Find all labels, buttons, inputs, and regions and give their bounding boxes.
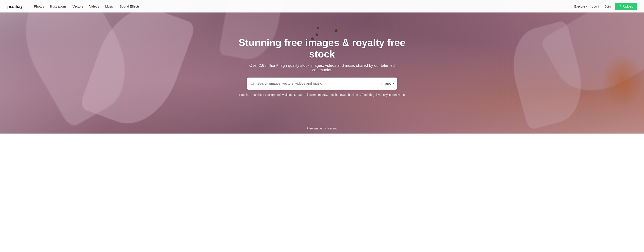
nav-right: Explore ▾ Log in Join ⬆ Upload	[574, 3, 637, 10]
nav-videos[interactable]: Videos	[90, 4, 99, 8]
nav-music[interactable]: Music	[105, 4, 114, 8]
popular-search-flower[interactable]: flower	[338, 93, 346, 96]
svg-text:pixabay: pixabay	[7, 4, 23, 9]
chevron-down-icon: ▾	[586, 5, 587, 8]
navbar: pixabay Photos Illustrations Vectors Vid…	[0, 0, 644, 12]
popular-search-sky[interactable]: sky	[383, 93, 388, 96]
search-input[interactable]	[258, 82, 377, 86]
upload-icon: ⬆	[619, 4, 622, 8]
popular-search-nature[interactable]: nature	[297, 93, 306, 96]
search-icon	[246, 82, 258, 86]
flower-dot-5	[316, 27, 319, 29]
popular-search-wallpaper[interactable]: wallpaper	[282, 93, 295, 96]
popular-label: Popular Searches:	[239, 93, 264, 96]
popular-search-money[interactable]: money	[318, 93, 327, 96]
flower-dot-1	[316, 34, 318, 36]
flower-dot-2	[335, 29, 338, 32]
login-button[interactable]: Log in	[592, 4, 600, 8]
popular-search-business[interactable]: business	[348, 93, 360, 96]
nav-links: Photos Illustrations Vectors Videos Musi…	[34, 4, 574, 8]
popular-search-beach[interactable]: beach	[329, 93, 337, 96]
image-credit: Free image by ilyessuti	[306, 127, 337, 130]
explore-button[interactable]: Explore ▾	[574, 4, 587, 8]
upload-button[interactable]: ⬆ Upload	[615, 3, 637, 10]
popular-search-coronavirus[interactable]: coronavirus	[389, 93, 405, 96]
chevron-down-icon: ▾	[393, 82, 394, 85]
popular-search-love[interactable]: love	[376, 93, 382, 96]
popular-search-food[interactable]: food	[362, 93, 368, 96]
orange-accent	[601, 54, 644, 107]
join-button[interactable]: Join	[605, 4, 611, 8]
search-bar: Images ▾	[246, 78, 398, 90]
site-logo[interactable]: pixabay	[7, 3, 26, 9]
hero-footer: Free image by ilyessuti	[306, 127, 337, 130]
nav-photos[interactable]: Photos	[34, 4, 44, 8]
popular-search-flowers[interactable]: flowers	[307, 93, 316, 96]
popular-searches: Popular Searches: background, wallpaper,…	[239, 93, 405, 96]
hero-section: Stunning free images & royalty free stoc…	[0, 0, 644, 134]
popular-items: background, wallpaper, nature, flowers, …	[265, 93, 405, 96]
popular-search-background[interactable]: background	[265, 93, 281, 96]
hero-title: Stunning free images & royalty free stoc…	[236, 37, 408, 60]
hero-subtitle: Over 2.6 million+ high quality stock ima…	[249, 63, 395, 72]
svg-line-2	[253, 84, 254, 85]
popular-search-dog[interactable]: dog	[370, 93, 374, 96]
search-category-label: Images	[381, 82, 391, 85]
nav-illustrations[interactable]: Illustrations	[50, 4, 66, 8]
nav-vectors[interactable]: Vectors	[72, 4, 83, 8]
hero-content: Stunning free images & royalty free stoc…	[232, 37, 412, 96]
nav-sound-effects[interactable]: Sound Effects	[120, 4, 140, 8]
search-category-dropdown[interactable]: Images ▾	[377, 82, 398, 85]
